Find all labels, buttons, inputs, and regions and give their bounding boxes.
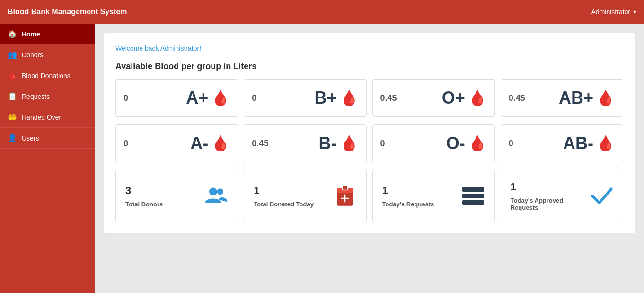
handed-over-icon: 🤲 — [8, 113, 17, 122]
donors-icon: 👥 — [8, 50, 17, 59]
sidebar-item-requests[interactable]: 📋 Requests — [0, 86, 95, 107]
sidebar-label-blood-donations: Blood Donations — [22, 72, 71, 80]
blood-type-aplus: A+ — [186, 88, 208, 108]
blood-card-aminus: 0 A- 🩸 — [115, 124, 238, 162]
chevron-down-icon: ▾ — [633, 8, 636, 16]
stat-label-total-donated: Total Donated Today — [254, 201, 314, 208]
sidebar-label-users: Users — [22, 134, 39, 142]
stat-value-total-donors: 3 — [125, 185, 163, 197]
blood-drop-ominus: 🩸 — [468, 134, 487, 152]
blood-drop-abplus: 🩸 — [596, 89, 615, 107]
blood-type-aminus: A- — [190, 133, 208, 153]
sidebar-item-home[interactable]: 🏠 Home — [0, 24, 95, 44]
svg-point-1 — [217, 188, 223, 195]
svg-point-0 — [209, 188, 217, 196]
blood-drop-bminus: 🩸 — [340, 134, 359, 152]
home-icon: 🏠 — [8, 29, 17, 38]
blood-value-abminus: 0 — [509, 139, 513, 149]
stat-label-todays-requests: Today's Requests — [382, 201, 434, 208]
stat-card-total-donors: 3 Total Donors — [115, 170, 238, 222]
blood-card-aplus: 0 A+ 🩸 — [115, 79, 238, 117]
blood-drop-oplus: 🩸 — [468, 89, 487, 107]
sidebar: 🏠 Home 👥 Donors 🩸 Blood Donations 📋 Requ… — [0, 24, 95, 293]
welcome-name: Administrator! — [160, 44, 201, 52]
stat-card-approved-requests: 1 Today's Approved Requests — [501, 170, 623, 222]
blood-card-abminus: 0 AB- 🩸 — [501, 124, 623, 162]
blood-card-oplus: 0.45 O+ 🩸 — [372, 79, 495, 117]
sidebar-item-handed-over[interactable]: 🤲 Handed Over — [0, 107, 95, 128]
sidebar-item-users[interactable]: 👤 Users — [0, 128, 95, 149]
stat-label-total-donors: Total Donors — [125, 201, 163, 208]
requests-icon: 📋 — [8, 92, 17, 101]
blood-value-aminus: 0 — [124, 139, 128, 149]
main-content: Welcome back Administrator! Available Bl… — [95, 24, 644, 293]
blood-drop-bplus: 🩸 — [340, 89, 359, 107]
navbar-user[interactable]: Administrator ▾ — [591, 8, 636, 16]
sidebar-label-donors: Donors — [22, 51, 43, 59]
blood-drop-abminus: 🩸 — [596, 134, 615, 152]
navbar-brand: Blood Bank Management System — [8, 8, 127, 16]
blood-value-bplus: 0 — [252, 93, 256, 103]
sidebar-label-requests: Requests — [22, 93, 50, 100]
svg-rect-8 — [462, 194, 484, 198]
sidebar-label-handed-over: Handed Over — [22, 114, 61, 121]
sidebar-label-home: Home — [22, 30, 40, 38]
stats-grid: 3 Total Donors 1 Total Donated Today — [115, 170, 623, 222]
layout: 🏠 Home 👥 Donors 🩸 Blood Donations 📋 Requ… — [0, 24, 644, 293]
users-icon: 👤 — [8, 133, 17, 142]
stat-value-total-donated: 1 — [254, 185, 314, 197]
blood-group-grid-row2: 0 A- 🩸 0.45 B- 🩸 0 — [115, 124, 623, 162]
blood-type-oplus: O+ — [442, 88, 465, 108]
stat-card-total-donated: 1 Total Donated Today — [244, 170, 366, 222]
blood-type-bminus: B- — [319, 133, 337, 153]
welcome-message: Welcome back Administrator! — [115, 44, 623, 52]
blood-card-ominus: 0 O- 🩸 — [372, 124, 495, 162]
blood-drop-aminus: 🩸 — [211, 134, 230, 152]
blood-card-bminus: 0.45 B- 🩸 — [244, 124, 366, 162]
blood-group-grid: 0 A+ 🩸 0 B+ 🩸 0.45 — [115, 79, 623, 117]
stat-value-todays-requests: 1 — [382, 185, 434, 197]
blood-type-bplus: B+ — [314, 88, 336, 108]
stat-label-approved-requests: Today's Approved Requests — [511, 197, 591, 211]
blood-type-abminus: AB- — [563, 133, 593, 153]
blood-value-aplus: 0 — [124, 93, 128, 103]
blood-card-abplus: 0.45 AB+ 🩸 — [501, 79, 623, 117]
svg-rect-9 — [462, 200, 484, 205]
blood-type-abplus: AB+ — [559, 88, 593, 108]
requests-icon-svg — [461, 184, 485, 208]
donors-icon-svg — [204, 184, 228, 208]
svg-rect-4 — [342, 186, 348, 190]
sidebar-item-donors[interactable]: 👥 Donors — [0, 44, 95, 65]
section-title: Available Blood per group in Liters — [115, 62, 623, 71]
blood-value-oplus: 0.45 — [380, 93, 397, 103]
blood-value-ominus: 0 — [380, 139, 385, 149]
approved-icon-svg — [590, 184, 613, 208]
blood-card-bplus: 0 B+ 🩸 — [244, 79, 366, 117]
blood-value-abplus: 0.45 — [509, 93, 525, 103]
stat-card-todays-requests: 1 Today's Requests — [372, 170, 495, 222]
donated-icon-svg — [333, 184, 357, 208]
stat-value-approved-requests: 1 — [511, 181, 591, 193]
blood-value-bminus: 0.45 — [252, 139, 268, 149]
svg-rect-7 — [462, 187, 484, 192]
content-card: Welcome back Administrator! Available Bl… — [104, 33, 635, 233]
blood-type-ominus: O- — [446, 133, 465, 153]
blood-drop-aplus: 🩸 — [211, 89, 230, 107]
navbar: Blood Bank Management System Administrat… — [0, 0, 644, 24]
welcome-prefix: Welcome back — [115, 44, 160, 52]
sidebar-item-blood-donations[interactable]: 🩸 Blood Donations — [0, 65, 95, 86]
blood-icon: 🩸 — [8, 71, 17, 80]
